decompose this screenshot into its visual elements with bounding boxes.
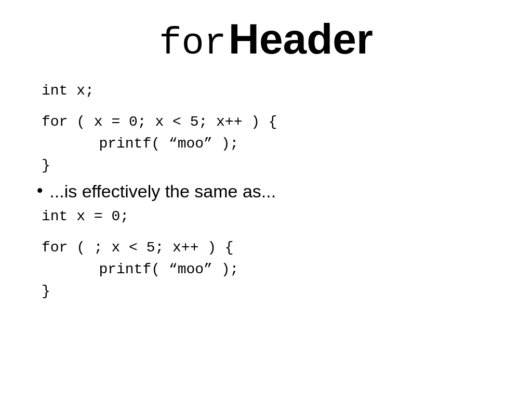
bullet-item: • ...is effectively the same as...: [31, 181, 501, 202]
code-section-for1: for ( x = 0; x < 5; x++ ) { printf( “moo…: [42, 111, 501, 177]
code-line-for2: for ( ; x < 5; x++ ) {: [42, 237, 501, 259]
code-section-for2: for ( ; x < 5; x++ ) { printf( “moo” ); …: [42, 237, 501, 302]
page: for Header int x; for ( x = 0; x < 5; x+…: [0, 0, 532, 399]
code-line-printf1: printf( “moo” );: [42, 133, 501, 155]
title-sans-part: Header: [229, 15, 373, 62]
page-title: for Header: [31, 10, 501, 64]
code-section-int-x0: int x = 0;: [42, 206, 501, 228]
code-line-printf2: printf( “moo” );: [42, 259, 501, 281]
code-line-brace1: }: [42, 155, 501, 177]
bullet-label: ...is effectively the same as...: [49, 181, 276, 202]
code-line-int-x: int x;: [42, 80, 501, 102]
title-mono-part: for: [159, 22, 227, 65]
code-line-for1: for ( x = 0; x < 5; x++ ) {: [42, 111, 501, 133]
code-line-int-x0: int x = 0;: [42, 206, 501, 228]
code-line-brace2: }: [42, 281, 501, 302]
bullet-icon: •: [36, 181, 43, 201]
code-section-1: int x;: [42, 80, 501, 102]
